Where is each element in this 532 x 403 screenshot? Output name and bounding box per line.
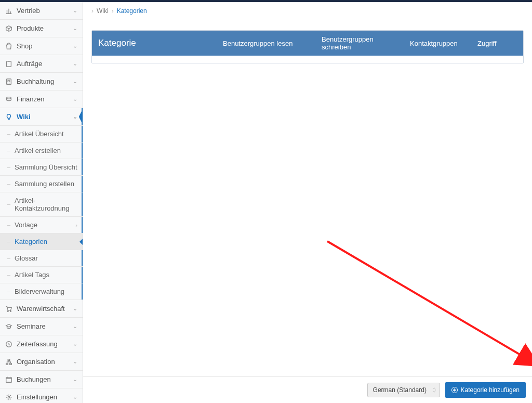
- chevron-down-icon: ⌄: [73, 60, 77, 67]
- sub-artikel-kontaktzuordnung[interactable]: Artikel-Kontaktzurodnung: [0, 192, 83, 217]
- svg-rect-8: [10, 363, 12, 365]
- nav-label: Buchhaltung: [17, 77, 54, 85]
- nav-label: Buchungen: [17, 375, 51, 383]
- chevron-right-icon: ›: [112, 7, 114, 15]
- nav-label: Aufträge: [17, 60, 42, 68]
- th-kontaktgruppen: Kontaktgruppen: [404, 35, 471, 52]
- th-benutzergruppen-lesen: Benutzergruppen lesen: [217, 35, 315, 52]
- nav-buchhaltung[interactable]: Buchhaltung ⌄: [0, 73, 83, 90]
- sub-vorlage[interactable]: Vorlage›: [0, 217, 83, 233]
- nav-warenwirtschaft[interactable]: Warenwirtschaft ⌄: [0, 300, 83, 318]
- svg-point-3: [7, 310, 8, 311]
- plus-circle-icon: [451, 387, 458, 393]
- nav-organisation[interactable]: Organisation ⌄: [0, 353, 83, 371]
- sub-label: Bilderverwaltung: [15, 288, 64, 295]
- sub-label: Artikel Übersicht: [15, 130, 64, 138]
- add-button-label: Kategorie hinzufügen: [461, 386, 520, 394]
- nav-label: Seminare: [17, 322, 46, 330]
- chevron-down-icon: ⌄: [73, 7, 77, 14]
- sub-artikel-erstellen[interactable]: Artikel erstellen: [0, 142, 83, 159]
- svg-rect-7: [6, 363, 8, 365]
- nav-label: Produkte: [17, 24, 44, 32]
- breadcrumb-wiki[interactable]: Wiki: [97, 7, 109, 15]
- clock-icon: [5, 341, 12, 348]
- app-shell: Vertrieb ⌄ Produkte ⌄ Shop ⌄ Aufträge ⌄: [0, 2, 532, 403]
- bar-chart-icon: [5, 7, 12, 15]
- chevron-right-icon: ›: [91, 7, 94, 15]
- sub-artikel-uebersicht[interactable]: Artikel Übersicht: [0, 126, 83, 142]
- nav-label: Warenwirtschaft: [17, 305, 65, 313]
- sub-label: Artikel-Kontaktzurodnung: [15, 197, 77, 212]
- table-body-empty: [92, 56, 523, 63]
- coins-icon: [5, 96, 12, 103]
- nav-label: Shop: [17, 42, 32, 50]
- nav-buchungen[interactable]: Buchungen ⌄: [0, 371, 83, 388]
- svg-rect-0: [7, 61, 11, 67]
- nav-wiki[interactable]: Wiki ⌄: [0, 108, 83, 126]
- nav-zeiterfassung[interactable]: Zeiterfassung ⌄: [0, 335, 83, 353]
- shopping-bag-icon: [5, 43, 12, 50]
- gear-icon: [5, 394, 12, 401]
- chevron-down-icon: ⌄: [73, 341, 77, 347]
- nav-auftraege[interactable]: Aufträge ⌄: [0, 55, 83, 73]
- sub-sammlung-erstellen[interactable]: Sammlung erstellen: [0, 176, 83, 192]
- chevron-down-icon: ⌄: [73, 25, 77, 32]
- svg-rect-1: [7, 79, 11, 84]
- sub-kategorien[interactable]: Kategorien: [0, 233, 83, 250]
- nav-label: Organisation: [17, 358, 55, 366]
- clipboard-icon: [5, 60, 12, 68]
- nav-label: Einstellungen: [17, 393, 57, 401]
- footer-bar: German (Standard) Kategorie hinzufügen: [83, 376, 532, 403]
- nav-einstellungen[interactable]: Einstellungen ⌄: [0, 388, 83, 403]
- sub-artikel-tags[interactable]: Artikel Tags: [0, 267, 83, 283]
- sub-label: Glossar: [15, 254, 38, 262]
- th-kategorie: Kategorie: [92, 33, 217, 53]
- nav-finanzen[interactable]: Finanzen ⌄: [0, 90, 83, 108]
- chevron-right-icon: ›: [75, 222, 77, 228]
- box-icon: [5, 25, 12, 32]
- chevron-down-icon: ⌄: [73, 376, 77, 383]
- sidebar: Vertrieb ⌄ Produkte ⌄ Shop ⌄ Aufträge ⌄: [0, 2, 83, 403]
- nav-label: Zeiterfassung: [17, 340, 58, 348]
- sub-bilderverwaltung[interactable]: Bilderverwaltung: [0, 283, 83, 300]
- main-area: › Wiki › Kategorien Kategorie Benutzergr…: [83, 2, 532, 403]
- chevron-down-icon: ⌄: [73, 43, 77, 49]
- nav-produkte[interactable]: Produkte ⌄: [0, 20, 83, 37]
- sub-label: Vorlage: [15, 221, 37, 229]
- nav-label: Vertrieb: [17, 7, 40, 15]
- language-select-wrap: German (Standard): [367, 383, 440, 397]
- nav-vertrieb[interactable]: Vertrieb ⌄: [0, 2, 83, 20]
- calendar-icon: [5, 376, 12, 383]
- breadcrumb: › Wiki › Kategorien: [83, 2, 532, 18]
- nav-shop[interactable]: Shop ⌄: [0, 37, 83, 55]
- graduation-cap-icon: [5, 323, 12, 330]
- sub-sammlung-uebersicht[interactable]: Sammlung Übersicht: [0, 159, 83, 176]
- th-zugriff: Zugriff: [471, 35, 523, 52]
- lightbulb-icon: [5, 113, 12, 121]
- chevron-down-icon: ⌄: [73, 358, 77, 365]
- svg-point-2: [7, 97, 11, 99]
- language-select[interactable]: German (Standard): [367, 383, 440, 397]
- svg-line-11: [327, 241, 532, 363]
- sub-label: Artikel erstellen: [15, 147, 61, 154]
- cart-icon: [5, 305, 12, 313]
- sub-glossar[interactable]: Glossar: [0, 250, 83, 267]
- nav-label: Finanzen: [17, 95, 44, 103]
- calculator-icon: [5, 78, 12, 85]
- table-header-row: Kategorie Benutzergruppen lesen Benutzer…: [92, 31, 523, 56]
- add-category-button[interactable]: Kategorie hinzufügen: [445, 382, 526, 398]
- categories-table: Kategorie Benutzergruppen lesen Benutzer…: [91, 30, 524, 63]
- breadcrumb-kategorien[interactable]: Kategorien: [117, 7, 147, 15]
- svg-point-10: [8, 396, 10, 398]
- svg-point-4: [10, 310, 11, 311]
- sitemap-icon: [5, 358, 12, 366]
- nav-seminare[interactable]: Seminare ⌄: [0, 318, 83, 335]
- chevron-down-icon: ⌄: [73, 96, 77, 102]
- chevron-down-icon: ⌄: [73, 394, 77, 400]
- chevron-down-icon: ⌄: [73, 78, 77, 85]
- sub-label: Sammlung Übersicht: [15, 163, 77, 171]
- svg-rect-6: [8, 359, 10, 360]
- th-benutzergruppen-schreiben: Benutzergruppen schreiben: [315, 31, 404, 56]
- chevron-down-icon: ⌄: [73, 305, 77, 312]
- sub-label: Artikel Tags: [15, 271, 49, 279]
